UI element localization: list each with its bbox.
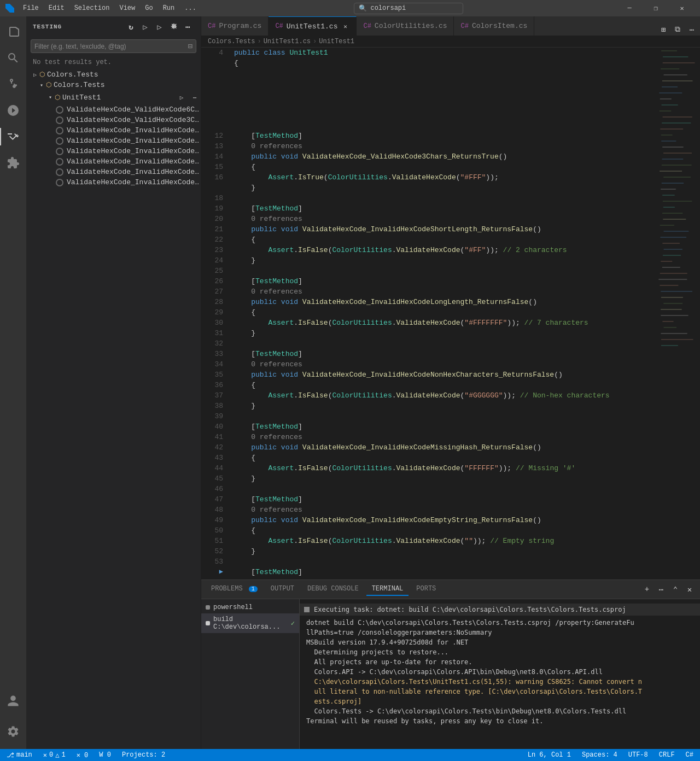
breadcrumb-colors-tests[interactable]: Colors.Tests [208,38,255,45]
encoding[interactable]: UTF-8 [626,751,650,759]
search-value: colorsapi [370,4,406,12]
code-line [234,79,656,89]
activity-bar [0,16,26,749]
menu-view[interactable]: View [115,3,139,13]
code-line [234,266,656,276]
tree-root2-content: ⬡ Colors.Tests [46,81,201,89]
tree-suite[interactable]: ▾ ⬡ UnitTest1 ▷ ⋯ [26,90,201,104]
suite-more-btn[interactable]: ⋯ [189,91,201,103]
tree-root1[interactable]: ▷ ⬡ Colors.Tests [26,69,201,80]
list-item[interactable]: ValidateHexCode_ValidHexCode6Chars_Retur… [26,104,201,115]
tab-ports[interactable]: PORTS [411,583,441,596]
filter-input[interactable] [34,43,188,50]
tab-terminal[interactable]: TERMINAL [366,583,409,596]
new-terminal-btn[interactable]: + [641,583,653,595]
activity-run-debug[interactable] [0,97,26,124]
split-terminal-btn[interactable]: ⋯ [655,583,667,595]
projects[interactable]: W 0 [97,751,113,759]
source-control-status[interactable]: ⎇ main [4,751,34,759]
chevron-down-icon: ▾ [37,82,46,89]
app-container: TESTING ↻ ▷ ▷ ⛯ ⋯ ⊟ No test results yet.… [0,16,700,761]
breadcrumb-class[interactable]: UnitTest1 [319,38,354,45]
tree-suite-label: UnitTest1 [62,93,101,102]
tree-root2[interactable]: ▾ ⬡ Colors.Tests [26,80,201,90]
filter-bar[interactable]: ⊟ [31,39,196,53]
error-icon: ✕ [43,751,47,759]
activity-testing[interactable] [0,124,26,150]
test-label: ValidateHexCode_ValidHexCode6Chars_Retur… [67,106,201,114]
run-all-btn[interactable]: ▷ [139,21,151,33]
menu-edit[interactable]: Edit [44,3,69,13]
run-with-coverage-btn[interactable]: ▷ [154,21,166,33]
activity-extensions[interactable] [0,150,26,176]
tab-program-cs[interactable]: C# Program.cs [201,16,269,36]
close-btn[interactable]: ✕ [669,0,695,16]
tab-colorsitem-cs[interactable]: C# ColorsItem.cs [454,16,534,36]
tab-colorutilities-cs[interactable]: C# ColorUtilities.cs [357,16,454,36]
split-editor-btn[interactable]: ⧉ [672,24,684,36]
maximize-btn[interactable]: ❐ [643,0,668,16]
refresh-btn[interactable]: ↻ [125,21,137,33]
menu-go[interactable]: Go [141,3,157,13]
editor-layout-btn[interactable]: ⊞ [657,24,669,36]
more-btn[interactable]: ⋯ [686,24,698,36]
code-line: 0 references [234,359,656,370]
code-line: Assert.IsFalse(ColorUtilities.ValidateHe… [234,390,656,401]
language-mode[interactable]: C# [684,751,696,759]
errors-warnings[interactable]: ✕ 0 △ 1 [41,751,68,759]
run-debug-icon [7,104,20,117]
test-status-icon [56,168,63,176]
tab-debug-console[interactable]: DEBUG CONSOLE [302,583,364,596]
account-icon [7,694,20,707]
list-item[interactable]: ValidateHexCode_InvalidHexCodeLongLength… [26,136,201,146]
encoding-label: UTF-8 [628,751,648,759]
terminal-powershell[interactable]: powershell [201,601,299,613]
terminal-build[interactable]: build C:\dev\colorsa... ✓ [201,613,299,633]
minimize-btn[interactable]: — [617,0,642,16]
activity-explorer[interactable] [0,19,26,45]
code-line: { [234,453,656,463]
list-item[interactable]: ValidateHexCode_InvalidHexCodeNonHexCha.… [26,146,201,156]
menu-selection[interactable]: Selection [70,3,114,13]
menu-more[interactable]: ... [180,3,201,13]
menu-file[interactable]: File [19,3,43,13]
tab-problems[interactable]: PROBLEMS 1 [206,583,263,596]
code-line [234,484,656,494]
debug-btn[interactable]: ⛯ [168,21,180,33]
breadcrumb-file[interactable]: UnitTest1.cs [264,38,311,45]
activity-source-control[interactable] [0,71,26,97]
chevron-right-icon: ▷ [31,72,39,78]
list-item[interactable]: ValidateHexCode_InvalidHexCodeMissingHas… [26,156,201,167]
search-bar[interactable]: 🔍 colorsapi [354,3,463,14]
info-count[interactable]: ✕ 0 [74,751,91,759]
code-line [234,557,656,567]
test-status-icon [56,137,63,145]
line-ending[interactable]: CRLF [657,751,677,759]
code-line [234,110,656,120]
tab-close-btn[interactable]: ✕ [341,22,349,31]
test-label: ValidateHexCode_InvalidHexCodeMissingHas… [67,157,201,166]
titlebar-menus: File Edit Selection View Go Run ... [19,3,201,13]
list-item[interactable]: ValidateHexCode_InvalidHexCodeEmptyStrin… [26,167,201,177]
menu-run[interactable]: Run [159,3,179,13]
projects-count[interactable]: Projects: 2 [120,751,167,759]
activity-settings[interactable] [0,718,26,745]
code-line: public void ValidateHexCode_ValidHexCode… [234,151,656,162]
list-item[interactable]: ValidateHexCode_ValidHexCode3Chars_Retur… [26,115,201,125]
activity-account[interactable] [0,688,26,714]
tab-unittest1-cs[interactable]: C# UnitTest1.cs ✕ [269,16,357,36]
code-line: [TestMethod] [234,422,656,432]
list-item[interactable]: ValidateHexCode_InvalidHexCodeShortLengt… [26,125,201,136]
tab-output[interactable]: OUTPUT [265,583,300,596]
suite-run-btn[interactable]: ▷ [176,91,188,103]
list-item[interactable]: ValidateHexCode_InvalidHexCodeNull_Retur… [26,177,201,188]
indentation[interactable]: Spaces: 4 [580,751,620,759]
test-status-icon [56,158,63,166]
maximize-panel-btn[interactable]: ⌃ [669,583,681,595]
close-panel-btn[interactable]: ✕ [684,583,696,595]
problems-badge: 1 [249,586,258,592]
activity-search[interactable] [0,45,26,71]
terminal-indicator2 [206,621,210,625]
more-actions-btn[interactable]: ⋯ [182,21,194,33]
cursor-position[interactable]: Ln 6, Col 1 [526,751,573,759]
